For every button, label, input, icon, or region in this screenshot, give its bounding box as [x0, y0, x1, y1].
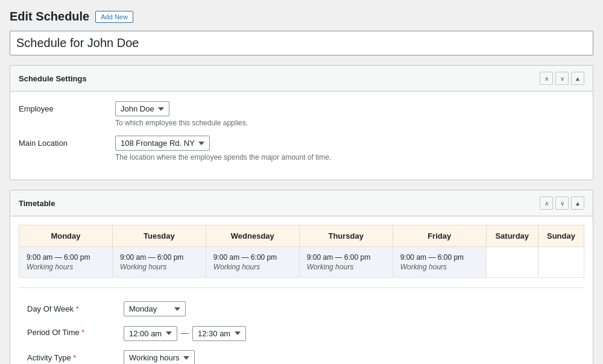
timetable-title: Timetable [19, 199, 55, 208]
timetable-panel: Timetable ∧ ∨ ▲ Monday Tuesday Wednesday… [10, 190, 593, 364]
timetable-collapse-down-button[interactable]: ∨ [555, 196, 569, 210]
page-title: Edit Schedule [10, 10, 89, 24]
wednesday-type: Working hours [213, 263, 292, 271]
location-select[interactable]: 108 Frontage Rd. NY [115, 136, 210, 151]
schedule-settings-body: Employee John Doe To which employee this… [10, 92, 593, 180]
period-start-select[interactable]: 12:00 am 12:30 am 1:00 am [124, 326, 177, 341]
tuesday-type: Working hours [120, 263, 198, 271]
col-thursday: Thursday [299, 225, 393, 247]
day-of-week-row: Day Of Week Monday Tuesday Wednesday Thu… [27, 301, 576, 316]
location-field: 108 Frontage Rd. NY The location where t… [115, 136, 584, 162]
employee-field: John Doe To which employee this schedule… [115, 101, 584, 127]
col-monday: Monday [19, 225, 113, 247]
timetable-header-row: Monday Tuesday Wednesday Thursday Friday… [19, 225, 584, 247]
friday-hours: 9:00 am — 6:00 pm [400, 253, 479, 262]
timetable-row: 9:00 am — 6:00 pm Working hours 9:00 am … [19, 247, 584, 278]
employee-row: Employee John Doe To which employee this… [19, 101, 584, 127]
day-of-week-field: Monday Tuesday Wednesday Thursday Friday… [124, 301, 576, 316]
day-of-week-select[interactable]: Monday Tuesday Wednesday Thursday Friday… [124, 301, 186, 316]
timetable-close-button[interactable]: ▲ [571, 196, 584, 210]
close-panel-button[interactable]: ▲ [571, 72, 584, 85]
location-row: Main Location 108 Frontage Rd. NY The lo… [19, 136, 584, 162]
page-header: Edit Schedule Add New [10, 10, 593, 24]
timetable-wrapper: Monday Tuesday Wednesday Thursday Friday… [19, 225, 584, 278]
period-end-select[interactable]: 12:30 am 1:00 am 1:30 am [192, 326, 246, 341]
timetable-section: Monday Tuesday Wednesday Thursday Friday… [10, 216, 593, 364]
monday-hours: 9:00 am — 6:00 pm [27, 253, 105, 262]
timetable-panel-controls: ∧ ∨ ▲ [540, 196, 584, 210]
collapse-down-button[interactable]: ∨ [555, 72, 569, 85]
timetable-form: Day Of Week Monday Tuesday Wednesday Thu… [19, 297, 584, 364]
period-of-time-label: Period Of Time [27, 325, 124, 337]
saturday-cell [486, 247, 538, 278]
wednesday-cell: 9:00 am — 6:00 pm Working hours [206, 247, 299, 278]
schedule-settings-header: Schedule Settings ∧ ∨ ▲ [10, 66, 593, 92]
collapse-up-button[interactable]: ∧ [540, 72, 553, 85]
schedule-name-input[interactable] [10, 31, 593, 55]
thursday-hours: 9:00 am — 6:00 pm [307, 253, 385, 262]
period-of-time-field: 12:00 am 12:30 am 1:00 am — 12:30 am 1:0… [124, 325, 576, 342]
location-label: Main Location [19, 136, 115, 148]
thursday-type: Working hours [307, 263, 385, 271]
thursday-cell: 9:00 am — 6:00 pm Working hours [299, 247, 393, 278]
schedule-settings-title: Schedule Settings [19, 74, 87, 83]
timetable-collapse-up-button[interactable]: ∧ [540, 196, 553, 210]
employee-hint: To which employee this schedule applies. [115, 119, 584, 127]
panel-controls: ∧ ∨ ▲ [540, 72, 584, 85]
period-row: 12:00 am 12:30 am 1:00 am — 12:30 am 1:0… [124, 325, 576, 342]
friday-type: Working hours [400, 263, 479, 271]
tuesday-hours: 9:00 am — 6:00 pm [120, 253, 198, 262]
period-of-time-row: Period Of Time 12:00 am 12:30 am 1:00 am… [27, 325, 576, 342]
col-friday: Friday [393, 225, 486, 247]
timetable-header: Timetable ∧ ∨ ▲ [10, 190, 593, 216]
schedule-settings-panel: Schedule Settings ∧ ∨ ▲ Employee John Do… [10, 65, 593, 180]
sunday-cell [538, 247, 584, 278]
employee-select[interactable]: John Doe [115, 101, 169, 116]
wednesday-hours: 9:00 am — 6:00 pm [213, 253, 292, 262]
activity-type-select[interactable]: Working hours Break Day off [124, 350, 195, 364]
day-of-week-label: Day Of Week [27, 301, 124, 313]
monday-cell: 9:00 am — 6:00 pm Working hours [19, 247, 113, 278]
period-dash: — [177, 325, 192, 342]
employee-label: Employee [19, 101, 115, 113]
activity-type-label: Activity Type [27, 350, 124, 362]
col-saturday: Saturday [486, 225, 538, 247]
friday-cell: 9:00 am — 6:00 pm Working hours [393, 247, 486, 278]
tuesday-cell: 9:00 am — 6:00 pm Working hours [112, 247, 206, 278]
col-sunday: Sunday [538, 225, 584, 247]
add-new-button[interactable]: Add New [95, 11, 133, 23]
activity-type-field: Working hours Break Day off [124, 350, 576, 364]
divider [19, 287, 584, 288]
timetable-grid: Monday Tuesday Wednesday Thursday Friday… [19, 225, 584, 278]
col-tuesday: Tuesday [112, 225, 206, 247]
col-wednesday: Wednesday [206, 225, 299, 247]
activity-type-row: Activity Type Working hours Break Day of… [27, 350, 576, 364]
location-hint: The location where the employee spends t… [115, 153, 584, 162]
monday-type: Working hours [27, 263, 105, 271]
